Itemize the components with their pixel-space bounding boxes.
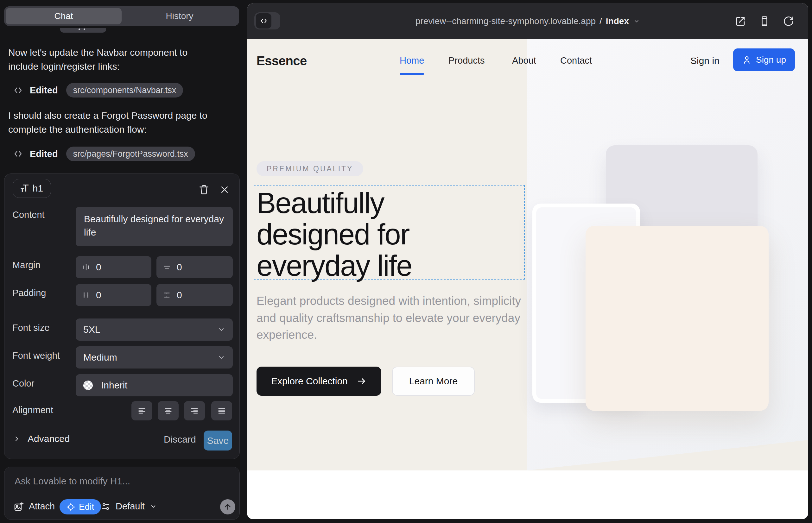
color-select[interactable]: Inherit [76,374,233,396]
sidebar-tab-bar: Chat History [4,6,239,26]
color-swatch [83,381,93,390]
margin-y-input[interactable]: 0 [156,256,233,278]
user-icon [742,55,752,65]
hero-cta-row: Explore Collection Learn More [257,366,475,396]
send-button[interactable] [220,499,235,515]
site-navbar: Essence Home Products About Contact Sign… [247,39,808,86]
chat-sidebar: Chat History Now let's update the Navbar… [0,0,247,523]
hero-heading-line: everyday life [257,250,412,282]
margin-label: Margin [12,260,40,270]
edited-label: Edited [30,85,58,96]
element-tag-chip[interactable]: тT h1 [13,179,51,198]
arrow-right-icon [357,376,367,386]
edit-mode-button[interactable]: Edit [59,499,101,515]
url-host: preview--charming-site-symphony.lovable.… [416,16,596,26]
mode-select[interactable]: Default [101,501,157,511]
edited-file-chip[interactable]: src/pages/ForgotPassword.tsx [66,147,195,161]
margin-x-input[interactable]: 0 [76,256,152,278]
chevron-down-icon [217,326,225,333]
padding-y-input[interactable]: 0 [156,284,233,306]
font-size-value: 5XL [83,324,100,335]
sign-up-label: Sign up [756,55,786,65]
attach-label: Attach [29,501,55,511]
decor-card-cream [586,226,769,411]
url-separator: / [600,16,602,26]
composer-toolbar: Attach Edit Default [4,499,240,515]
alignment-label: Alignment [12,405,53,415]
padding-x-input[interactable]: 0 [76,284,152,306]
browser-chrome: preview--charming-site-symphony.lovable.… [247,3,808,39]
element-tag-label: h1 [33,183,43,194]
nav-link-contact[interactable]: Contact [560,55,592,66]
url-bar[interactable]: preview--charming-site-symphony.lovable.… [247,3,808,39]
align-justify-button[interactable] [211,401,232,420]
refresh-icon[interactable] [783,16,794,27]
sign-up-button[interactable]: Sign up [733,49,795,71]
chevron-down-icon [150,503,157,510]
dot [78,29,80,30]
align-right-button[interactable] [184,401,205,420]
target-icon [67,503,75,511]
hero-heading[interactable]: Beautifully designed for everyday life [257,187,412,282]
color-label: Color [12,378,34,389]
premium-quality-badge: PREMIUM QUALITY [257,161,363,176]
font-size-select[interactable]: 5XL [76,319,233,341]
edited-file-chip[interactable]: src/components/Navbar.tsx [66,83,183,97]
tab-chat[interactable]: Chat [6,8,122,24]
advanced-toggle[interactable]: Advanced [13,433,70,444]
assistant-message: Now let's update the Navbar component to… [8,46,211,74]
hero-paragraph: Elegant products designed with intention… [257,292,542,343]
composer-input[interactable]: Ask Lovable to modify H1... [15,476,130,487]
chevron-right-icon [13,435,21,443]
site-logo[interactable]: Essence [257,54,307,68]
attach-button[interactable]: Attach [14,501,55,511]
sliders-icon [101,502,110,511]
align-center-button[interactable] [158,401,179,420]
margin-horizontal-icon [82,263,90,271]
margin-x-value: 0 [96,262,101,273]
scrolled-chip-partial [60,28,106,33]
explore-collection-button[interactable]: Explore Collection [257,366,381,396]
section-below-hero [247,470,808,519]
preview-browser-panel: preview--charming-site-symphony.lovable.… [247,3,808,519]
font-weight-select[interactable]: Medium [76,346,233,368]
chevron-down-icon [217,354,225,361]
content-label: Content [12,210,45,220]
content-input[interactable]: Beautifully designed for everyday life [76,207,233,246]
assistant-message: I should also create a Forgot Password p… [8,109,211,137]
font-weight-value: Medium [83,352,117,363]
font-weight-label: Font weight [12,350,60,361]
chrome-actions [735,3,794,39]
code-icon [13,86,23,95]
margin-vertical-icon [163,263,171,271]
padding-horizontal-icon [82,291,90,299]
margin-y-value: 0 [177,262,182,273]
nav-link-home[interactable]: Home [400,55,424,66]
edited-file-row: Edited src/components/Navbar.tsx [13,83,183,97]
nav-link-about[interactable]: About [512,55,536,66]
delete-element-button[interactable] [198,184,209,195]
arrow-up-icon [224,503,232,511]
font-size-label: Font size [12,323,50,333]
save-button[interactable]: Save [204,431,232,451]
nav-link-products[interactable]: Products [448,55,484,66]
edit-label: Edit [79,502,94,512]
close-icon[interactable] [220,185,229,194]
learn-more-button[interactable]: Learn More [392,366,475,396]
site-viewport: Essence Home Products About Contact Sign… [247,39,808,519]
padding-vertical-icon [163,291,171,299]
open-in-new-tab-icon[interactable] [735,16,746,27]
chevron-down-icon [633,18,640,24]
edited-label: Edited [30,149,58,159]
hero-heading-line: Beautifully [257,187,412,219]
code-icon [13,149,23,159]
chat-composer: Ask Lovable to modify H1... Attach Edit … [4,467,240,520]
tab-history[interactable]: History [122,8,237,24]
discard-button[interactable]: Discard [164,434,196,445]
sign-in-link[interactable]: Sign in [690,55,720,66]
hero-heading-line: designed for [257,219,412,250]
image-plus-icon [14,502,24,511]
color-value: Inherit [101,380,127,391]
align-left-button[interactable] [131,401,152,420]
mobile-view-icon[interactable] [759,16,770,27]
